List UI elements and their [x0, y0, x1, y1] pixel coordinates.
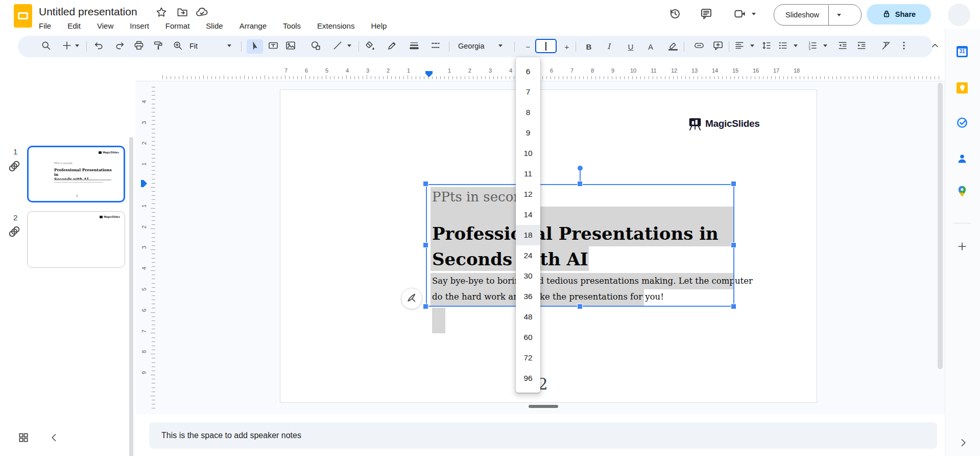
move-folder-icon[interactable]: [176, 7, 189, 20]
text-box-selection[interactable]: [426, 184, 734, 307]
speaker-notes-input[interactable]: This is the space to add speaker notes: [149, 422, 937, 449]
share-button[interactable]: Share: [867, 4, 931, 25]
more-options-button[interactable]: [897, 39, 911, 54]
redo-button[interactable]: [113, 39, 127, 54]
bulleted-list-button[interactable]: [776, 39, 790, 54]
hide-filmstrip-button[interactable]: [47, 431, 61, 446]
border-weight-button[interactable]: [407, 39, 421, 54]
calendar-icon[interactable]: 31: [957, 46, 968, 57]
contacts-icon[interactable]: [957, 154, 968, 165]
resize-handle-e[interactable]: [731, 243, 736, 247]
resize-handle-sw[interactable]: [423, 304, 428, 309]
line-caret-icon[interactable]: [347, 44, 351, 49]
align-button[interactable]: [732, 39, 747, 54]
menu-arrange[interactable]: Arrange: [237, 20, 269, 31]
font-size-option-14[interactable]: 14: [516, 204, 540, 225]
document-status-cloud-icon[interactable]: [195, 7, 208, 20]
line-spacing-button[interactable]: [759, 39, 774, 54]
new-slide-button[interactable]: [60, 39, 74, 54]
resize-handle-w[interactable]: [423, 243, 428, 247]
font-size-option-6[interactable]: 6: [516, 61, 540, 82]
slides-logo[interactable]: [14, 4, 32, 28]
bulleted-list-caret-icon[interactable]: [794, 44, 798, 49]
menu-extensions[interactable]: Extensions: [315, 20, 356, 31]
search-menus-button[interactable]: [39, 39, 53, 54]
insert-line-button[interactable]: [330, 39, 345, 54]
doc-title[interactable]: Untitled presentation: [39, 6, 137, 18]
font-size-option-24[interactable]: 24: [516, 245, 540, 266]
menu-slide[interactable]: Slide: [204, 20, 225, 31]
bold-button[interactable]: B: [582, 39, 596, 54]
maps-icon[interactable]: [957, 187, 968, 198]
zoom-button[interactable]: [171, 39, 185, 54]
notes-resize-handle[interactable]: [529, 405, 558, 408]
numbered-list-caret-icon[interactable]: [823, 44, 827, 49]
menu-view[interactable]: View: [95, 20, 115, 31]
join-call-button[interactable]: [732, 7, 748, 22]
font-size-option-12[interactable]: 12: [516, 184, 540, 204]
font-size-option-11[interactable]: 11: [516, 164, 540, 184]
decrease-font-size-button[interactable]: −: [521, 39, 535, 54]
clear-formatting-button[interactable]: [879, 39, 893, 54]
show-side-panel-button[interactable]: [957, 438, 969, 450]
resize-handle-s[interactable]: [578, 304, 582, 309]
slide-thumbnail-2[interactable]: MagicSlides: [27, 211, 125, 268]
font-size-option-96[interactable]: 96: [516, 368, 540, 389]
menu-edit[interactable]: Edit: [65, 20, 83, 31]
font-size-option-30[interactable]: 30: [516, 266, 540, 286]
increase-font-size-button[interactable]: +: [560, 39, 574, 54]
fill-color-button[interactable]: [363, 39, 377, 54]
menu-insert[interactable]: Insert: [128, 20, 151, 31]
insert-link-button[interactable]: [692, 39, 706, 54]
grid-view-button[interactable]: [16, 431, 31, 446]
get-addons-button[interactable]: [956, 241, 968, 254]
underline-button[interactable]: U: [624, 39, 638, 54]
font-size-option-8[interactable]: 8: [516, 102, 540, 123]
star-icon[interactable]: [155, 7, 168, 20]
tasks-icon[interactable]: [957, 118, 968, 129]
text-color-button[interactable]: A: [643, 39, 658, 54]
filmstrip-scrollbar[interactable]: [129, 137, 133, 456]
slideshow-button[interactable]: Slideshow: [774, 11, 828, 19]
menu-help[interactable]: Help: [369, 20, 389, 31]
font-size-option-60[interactable]: 60: [516, 327, 540, 348]
font-family-caret-icon[interactable]: [498, 44, 503, 49]
resize-handle-n[interactable]: [578, 181, 582, 186]
font-size-option-72[interactable]: 72: [516, 348, 540, 368]
rotation-handle[interactable]: [578, 166, 583, 171]
highlight-color-button[interactable]: [666, 39, 680, 54]
select-tool-button[interactable]: [247, 39, 263, 54]
menu-format[interactable]: Format: [163, 20, 192, 31]
slideshow-options-button[interactable]: [829, 5, 849, 25]
font-size-option-48[interactable]: 48: [516, 307, 540, 327]
print-button[interactable]: [132, 39, 146, 54]
numbered-list-button[interactable]: 123: [805, 39, 820, 54]
border-dash-button[interactable]: [428, 39, 443, 54]
border-color-button[interactable]: [385, 39, 399, 54]
collapse-toolbar-button[interactable]: [928, 39, 942, 54]
font-size-option-9[interactable]: 9: [516, 123, 540, 143]
contextual-actions-button[interactable]: [401, 288, 422, 309]
resize-handle-ne[interactable]: [731, 181, 736, 186]
text-box-button[interactable]: [266, 39, 280, 54]
font-size-option-36[interactable]: 36: [516, 286, 540, 307]
decrease-indent-button[interactable]: [835, 39, 850, 54]
resize-handle-nw[interactable]: [423, 181, 428, 186]
insert-image-button[interactable]: [283, 39, 298, 54]
menu-file[interactable]: File: [37, 20, 53, 31]
italic-button[interactable]: I: [602, 39, 616, 54]
paint-format-button[interactable]: [151, 39, 165, 54]
add-comment-button[interactable]: [711, 39, 725, 54]
align-caret-icon[interactable]: [750, 44, 754, 49]
resize-handle-se[interactable]: [731, 304, 736, 309]
slide-thumbnail-1[interactable]: MagicSlides PPts in seconds Professional…: [27, 146, 125, 202]
comments-button[interactable]: [699, 7, 714, 22]
join-call-caret-icon[interactable]: [752, 13, 756, 17]
increase-indent-button[interactable]: [854, 39, 869, 54]
font-size-option-18[interactable]: 18: [516, 225, 540, 245]
insert-shape-button[interactable]: [308, 39, 323, 54]
canvas-scrollbar[interactable]: [938, 83, 943, 369]
account-avatar[interactable]: [948, 4, 970, 26]
zoom-select[interactable]: Fit: [189, 42, 198, 50]
new-slide-caret-icon[interactable]: [75, 44, 79, 49]
